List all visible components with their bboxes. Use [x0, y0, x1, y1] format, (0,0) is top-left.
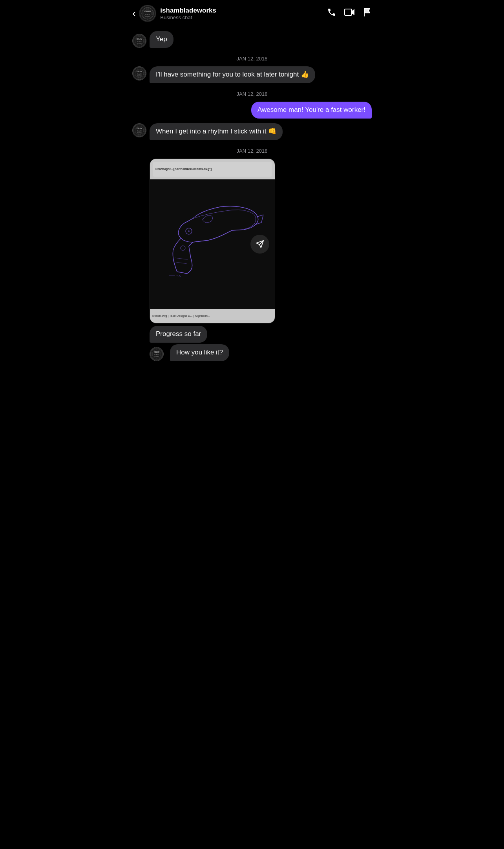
message-row: Awesome man! You're a fast worker! — [132, 102, 372, 119]
chat-header: ‹ ISHAM BLADE WORKS ishambladeworks Busi… — [126, 0, 378, 27]
knife-svg: →X — [161, 191, 263, 297]
date-divider: JAN 12, 2018 — [132, 91, 372, 97]
svg-text:ISHAM: ISHAM — [154, 351, 160, 353]
svg-text:ISHAM: ISHAM — [137, 128, 142, 130]
caption-bubbles: Progress so far ISHAM BLADE WORKS How yo… — [132, 326, 372, 361]
message-row: ISHAM BLADE WORKS I'll have something fo… — [132, 66, 372, 83]
cad-topbar: DraftSight - [northshirekustoms.dxg*] — [150, 159, 275, 179]
sender-avatar: ISHAM BLADE WORKS — [132, 66, 146, 80]
flag-icon[interactable] — [363, 7, 372, 19]
svg-text:BLADE: BLADE — [145, 13, 150, 15]
svg-text:→X: →X — [175, 274, 181, 278]
svg-text:WORKS: WORKS — [137, 43, 141, 44]
cad-image-wrapper[interactable]: DraftSight - [northshirekustoms.dxg*] — [150, 159, 275, 323]
message-row: ISHAM BLADE WORKS When I get into a rhyt… — [132, 123, 372, 140]
cad-bottombar: sketch.dwg | Tape Designs D... | Nightcr… — [150, 309, 275, 323]
caption-bubble-2: How you like it? — [170, 344, 229, 361]
cad-screenshot: DraftSight - [northshirekustoms.dxg*] — [150, 159, 275, 323]
svg-point-28 — [188, 230, 190, 232]
svg-text:ISHAM: ISHAM — [144, 10, 151, 13]
svg-line-25 — [174, 262, 187, 264]
svg-text:ISHAM: ISHAM — [137, 38, 142, 40]
svg-text:WORKS: WORKS — [137, 132, 141, 134]
caption-bubble-1: Progress so far — [150, 326, 207, 343]
svg-point-29 — [181, 246, 185, 250]
message-row: ISHAM BLADE WORKS Yep — [132, 31, 372, 48]
image-message-row: DraftSight - [northshirekustoms.dxg*] — [132, 159, 372, 323]
message-bubble: Awesome man! You're a fast worker! — [251, 102, 372, 119]
svg-line-26 — [175, 258, 188, 259]
message-bubble: Yep — [150, 31, 173, 48]
chat-subtitle: Business chat — [160, 15, 327, 20]
video-icon[interactable] — [344, 7, 355, 19]
svg-text:BLADE: BLADE — [137, 73, 142, 75]
contact-name: ishambladeworks — [160, 7, 327, 15]
svg-text:BLADE: BLADE — [154, 354, 159, 356]
sender-avatar-2: ISHAM BLADE WORKS — [150, 347, 164, 361]
contact-avatar: ISHAM BLADE WORKS — [139, 5, 156, 22]
chat-area: ISHAM BLADE WORKS Yep JAN 12, 2018 ISHAM… — [126, 27, 378, 370]
sender-avatar: ISHAM BLADE WORKS — [132, 34, 146, 48]
sender-avatar: ISHAM BLADE WORKS — [132, 123, 146, 137]
caption-row-2: ISHAM BLADE WORKS How you like it? — [150, 344, 372, 361]
svg-text:ISHAM: ISHAM — [137, 71, 142, 73]
date-divider: JAN 12, 2018 — [132, 56, 372, 62]
date-divider: JAN 12, 2018 — [132, 148, 372, 154]
cad-drawing-area: →X — [150, 179, 275, 309]
message-bubble: When I get into a rhythm I stick with it… — [150, 123, 283, 140]
message-bubble: I'll have something for you to look at l… — [150, 66, 315, 83]
phone-icon[interactable] — [327, 7, 336, 19]
svg-rect-6 — [345, 9, 352, 15]
back-button[interactable]: ‹ — [132, 8, 136, 19]
svg-text:BLADE: BLADE — [137, 130, 142, 132]
svg-text:WORKS: WORKS — [137, 75, 141, 77]
svg-text:WORKS: WORKS — [154, 356, 159, 358]
svg-text:BLADE: BLADE — [137, 41, 142, 42]
cad-title: DraftSight - [northshirekustoms.dxg*] — [155, 167, 212, 171]
header-actions — [327, 7, 372, 19]
share-button[interactable] — [250, 235, 269, 254]
cad-tabs: sketch.dwg | Tape Designs D... | Nightcr… — [152, 314, 210, 318]
contact-info: ishambladeworks Business chat — [160, 7, 327, 20]
